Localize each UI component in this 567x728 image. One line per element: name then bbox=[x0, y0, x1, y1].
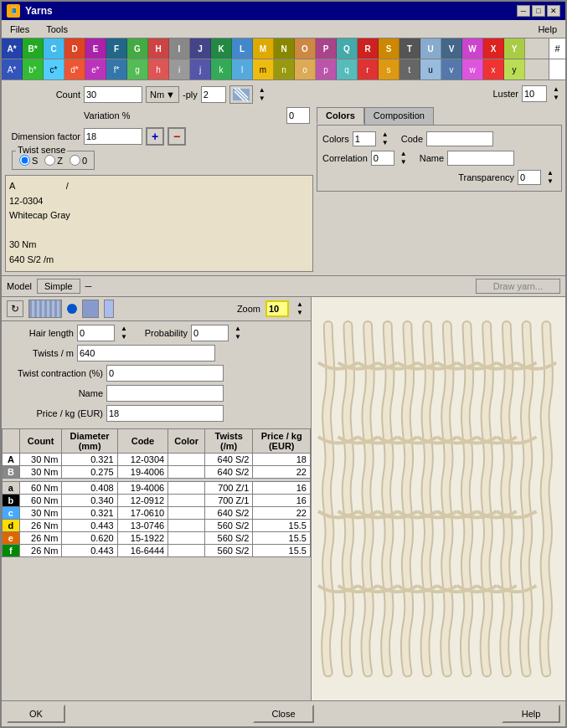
tab-colors[interactable]: Colors bbox=[317, 107, 364, 125]
upper-tab-P[interactable]: P bbox=[316, 38, 337, 59]
table-row[interactable]: d26 Nm0.44313-0746560 S/215.5 bbox=[3, 519, 311, 531]
name-param-input[interactable] bbox=[106, 385, 224, 402]
lower-tab-u[interactable]: u bbox=[420, 59, 441, 79]
unit-selector[interactable]: Nm ▼ bbox=[146, 86, 179, 103]
transparency-input[interactable] bbox=[518, 170, 541, 185]
upper-tab-J[interactable]: J bbox=[190, 38, 211, 59]
upper-tab-L[interactable]: L bbox=[232, 38, 253, 59]
lower-tab-q[interactable]: q bbox=[337, 59, 358, 79]
zoom-input[interactable] bbox=[265, 300, 289, 317]
twist-z-option[interactable]: Z bbox=[44, 155, 63, 166]
lower-tab-h[interactable]: h bbox=[148, 59, 169, 79]
lower-tab-l[interactable]: l bbox=[232, 59, 253, 79]
lower-tab-c*[interactable]: c* bbox=[44, 59, 64, 79]
prob-down[interactable]: ▼ bbox=[232, 333, 244, 341]
transparency-up[interactable]: ▲ bbox=[544, 169, 556, 177]
dimension-minus[interactable]: − bbox=[168, 127, 186, 146]
lower-tab-b*[interactable]: b* bbox=[23, 59, 44, 79]
luster-down[interactable]: ▼ bbox=[550, 94, 562, 102]
lower-tab-k[interactable]: k bbox=[211, 59, 232, 79]
probability-input[interactable] bbox=[191, 325, 229, 341]
table-row[interactable]: e26 Nm0.62015-1922560 S/215.5 bbox=[3, 531, 311, 544]
title-controls[interactable]: ─ □ ✕ bbox=[517, 5, 560, 17]
close-button[interactable]: ✕ bbox=[547, 5, 560, 17]
upper-tab-A*[interactable]: A* bbox=[2, 38, 23, 59]
upper-tab-M[interactable]: M bbox=[253, 38, 274, 59]
yarn-color-button[interactable] bbox=[229, 85, 253, 104]
colors-value-input[interactable] bbox=[353, 131, 376, 146]
tab-composition[interactable]: Composition bbox=[364, 107, 434, 125]
lower-tab-A*[interactable]: A* bbox=[2, 59, 23, 79]
lower-tab-w[interactable]: w bbox=[462, 59, 483, 79]
price-input[interactable] bbox=[106, 405, 224, 422]
upper-tab-B*[interactable]: B* bbox=[23, 38, 44, 59]
colors-down[interactable]: ▼ bbox=[379, 139, 391, 147]
upper-tab-O[interactable]: O bbox=[295, 38, 316, 59]
lower-tab-x[interactable]: x bbox=[483, 59, 504, 79]
table-row[interactable]: f26 Nm0.44316-6444560 S/215.5 bbox=[3, 544, 311, 556]
table-row[interactable]: a60 Nm0.40819-4006700 Z/116 bbox=[3, 481, 311, 494]
menu-help[interactable]: Help bbox=[533, 23, 562, 36]
upper-tab-R[interactable]: R bbox=[358, 38, 379, 59]
variation-input[interactable] bbox=[286, 107, 310, 124]
prob-up[interactable]: ▲ bbox=[232, 325, 244, 333]
table-row[interactable]: b60 Nm0.34012-0912700 Z/116 bbox=[3, 494, 311, 506]
table-row[interactable]: c30 Nm0.32117-0610640 S/222 bbox=[3, 506, 311, 519]
zoom-down[interactable]: ▼ bbox=[294, 309, 306, 317]
upper-tab-V[interactable]: V bbox=[441, 38, 462, 59]
correlation-up[interactable]: ▲ bbox=[398, 150, 410, 158]
table-row[interactable]: B30 Nm0.27519-4006640 S/222 bbox=[3, 465, 311, 478]
upper-tab-H[interactable]: H bbox=[148, 38, 169, 59]
lower-tab-n[interactable]: n bbox=[274, 59, 295, 79]
upper-tab-G[interactable]: G bbox=[127, 38, 148, 59]
variation-up[interactable]: ▲ bbox=[256, 86, 268, 95]
dimension-plus[interactable]: + bbox=[146, 127, 164, 146]
menu-files[interactable]: Files bbox=[5, 23, 34, 36]
draw-yarn-button[interactable]: Draw yarn... bbox=[476, 279, 560, 294]
upper-tab-W[interactable]: W bbox=[462, 38, 483, 59]
lower-tab-r[interactable]: r bbox=[358, 59, 379, 79]
luster-input[interactable] bbox=[522, 85, 547, 102]
lower-tab-s[interactable]: s bbox=[379, 59, 399, 79]
lower-tab-m[interactable]: m bbox=[253, 59, 274, 79]
upper-tab-F[interactable]: F bbox=[106, 38, 127, 59]
colors-up[interactable]: ▲ bbox=[379, 131, 391, 139]
name-input[interactable] bbox=[447, 151, 514, 166]
lower-tab-e*[interactable]: e* bbox=[85, 59, 106, 79]
table-row[interactable]: A30 Nm0.32112-0304640 S/218 bbox=[3, 453, 311, 465]
refresh-button[interactable]: ↻ bbox=[7, 300, 23, 317]
lower-tab-v[interactable]: v bbox=[441, 59, 462, 79]
upper-tab-Q[interactable]: Q bbox=[337, 38, 358, 59]
correlation-input[interactable] bbox=[371, 151, 394, 166]
count-input[interactable] bbox=[84, 86, 142, 103]
upper-tab-D[interactable]: D bbox=[64, 38, 85, 59]
upper-tab-T[interactable]: T bbox=[399, 38, 420, 59]
upper-tab-X[interactable]: X bbox=[483, 38, 504, 59]
help-button[interactable]: Help bbox=[502, 705, 560, 723]
lower-tab-t[interactable]: t bbox=[399, 59, 420, 79]
code-input[interactable] bbox=[426, 131, 493, 146]
twist-contraction-input[interactable] bbox=[106, 365, 224, 382]
upper-tab-Y[interactable]: Y bbox=[504, 38, 525, 59]
lower-tab-d*[interactable]: d* bbox=[64, 59, 85, 79]
ply-input[interactable] bbox=[201, 86, 226, 103]
upper-tab-U[interactable]: U bbox=[420, 38, 441, 59]
upper-tab-S[interactable]: S bbox=[379, 38, 399, 59]
hair-down[interactable]: ▼ bbox=[118, 333, 130, 341]
maximize-button[interactable]: □ bbox=[532, 5, 545, 17]
dimension-input[interactable] bbox=[84, 128, 142, 145]
lower-tab-i[interactable]: i bbox=[169, 59, 190, 79]
upper-tab-E[interactable]: E bbox=[85, 38, 106, 59]
upper-tab-C[interactable]: C bbox=[44, 38, 64, 59]
lower-tab-o[interactable]: o bbox=[295, 59, 316, 79]
correlation-down[interactable]: ▼ bbox=[398, 158, 410, 167]
luster-up[interactable]: ▲ bbox=[550, 85, 562, 94]
twist-s-option[interactable]: S bbox=[19, 155, 38, 166]
zoom-up[interactable]: ▲ bbox=[294, 300, 306, 309]
transparency-down[interactable]: ▼ bbox=[544, 177, 556, 186]
upper-tab-I[interactable]: I bbox=[169, 38, 190, 59]
twists-input[interactable] bbox=[77, 345, 215, 361]
variation-down[interactable]: ▼ bbox=[256, 95, 268, 103]
ok-button[interactable]: OK bbox=[7, 705, 65, 723]
lower-tab-f*[interactable]: f* bbox=[106, 59, 127, 79]
